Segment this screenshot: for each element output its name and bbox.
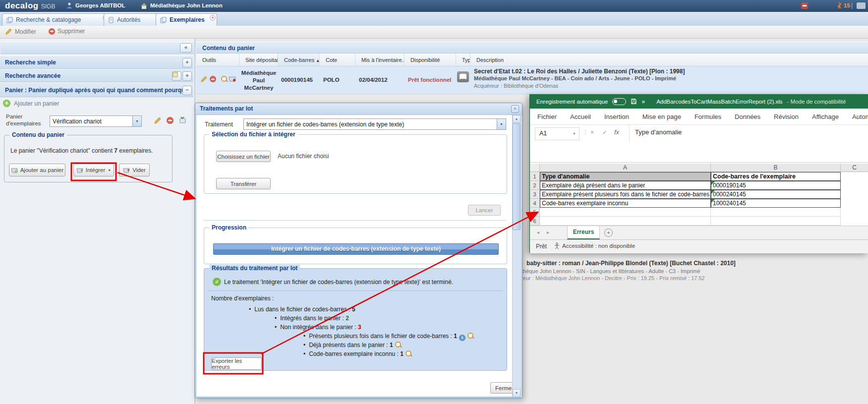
expand-recherche-simple[interactable]: + <box>182 58 192 67</box>
sheet-next-icon[interactable]: ▸ <box>547 230 549 235</box>
transfer-button[interactable]: Transférer <box>216 178 271 189</box>
ribbon-tab-insertion[interactable]: Insertion <box>604 113 629 120</box>
cell-b3[interactable]: 0000240145 <box>711 190 841 199</box>
integrate-button[interactable]: Intégrer ▼ <box>73 164 114 176</box>
panel-panier[interactable]: Panier : Panier dupliqué après quoi qui … <box>0 82 193 97</box>
collapse-sidebar-button[interactable]: « <box>180 43 192 53</box>
cell-a5[interactable] <box>540 208 711 217</box>
close-icon[interactable] <box>210 15 216 21</box>
name-box[interactable]: A1▼ <box>535 127 579 140</box>
column-header-outils[interactable]: Outils <box>196 54 239 66</box>
col-header-a[interactable]: A <box>540 164 711 172</box>
sheet-prev-icon[interactable]: ◂ <box>537 230 539 235</box>
saved-search-button[interactable] <box>172 71 181 81</box>
enter-icon[interactable]: ✓ <box>602 129 607 136</box>
edit-panier-icon[interactable] <box>154 116 162 124</box>
ribbon-tab-accueil[interactable]: Accueil <box>570 113 591 120</box>
ribbon-tab-fichier[interactable]: Fichier <box>537 113 557 120</box>
status-accessibility[interactable]: Accessibilité : non disponible <box>562 243 635 249</box>
current-user[interactable]: Georges ABITBOL <box>75 2 125 8</box>
col-header-c[interactable]: C <box>841 164 868 172</box>
treatment-select[interactable]: Intégrer un fichier de codes-barres (ext… <box>243 118 506 130</box>
column-header-inventaire[interactable]: Mis à l'inventaire... <box>355 54 405 66</box>
formula-content[interactable]: Type d'anomalie <box>635 128 682 136</box>
row-number[interactable]: 1 <box>530 172 540 181</box>
sheet-tab-erreurs[interactable]: Erreurs <box>567 226 600 239</box>
fx-icon[interactable]: fx <box>614 128 619 136</box>
row-number[interactable]: 6 <box>530 217 540 226</box>
panel-recherche-avancee[interactable]: Recherche avancée <box>0 69 193 82</box>
column-header-codebarres[interactable]: Code-barres ▲ <box>278 54 320 66</box>
cell-availability: Prêt fonctionnel <box>408 77 452 83</box>
autosave-toggle[interactable] <box>612 98 626 105</box>
current-site[interactable]: Médiathèque John Lennon <box>150 2 223 8</box>
col-header-b[interactable]: B <box>711 164 841 172</box>
session-icon[interactable] <box>837 2 843 9</box>
cell-b6[interactable] <box>711 217 841 226</box>
modify-button[interactable]: Modifier <box>5 28 36 35</box>
close-icon[interactable]: × <box>511 105 519 113</box>
cell-col-c[interactable] <box>841 172 868 226</box>
magnifier-icon[interactable] <box>395 342 402 348</box>
cell-b4[interactable]: 1000240145 <box>711 199 841 208</box>
tab-exemplaires[interactable]: Exemplaires <box>156 13 217 26</box>
collapse-panier-panel[interactable]: − <box>182 86 192 95</box>
add-panier-button[interactable]: + Ajouter un panier <box>3 100 59 107</box>
ribbon-tab-affichage[interactable]: Affichage <box>812 113 839 120</box>
column-header-cote[interactable]: Cote <box>320 54 355 66</box>
save-icon[interactable] <box>631 98 637 105</box>
quick-access-chevrons[interactable]: » <box>641 98 645 105</box>
dialog-scrollbar[interactable]: ▲ ▼ <box>512 115 521 397</box>
panel-recherche-simple[interactable]: Recherche simple <box>0 56 193 69</box>
magnifier-icon[interactable] <box>405 350 412 357</box>
expand-recherche-avancee[interactable]: + <box>182 71 192 81</box>
select-all-corner[interactable] <box>530 164 540 172</box>
save-panier-icon[interactable] <box>178 116 186 124</box>
cancel-icon[interactable]: × <box>590 129 594 136</box>
export-errors-button[interactable]: Exporter les erreurs <box>211 357 262 370</box>
add-sheet-icon[interactable]: + <box>604 229 613 237</box>
scrollbar-thumb[interactable] <box>513 123 521 230</box>
panier-select[interactable]: Vérification chariot <box>50 115 142 127</box>
row-edit-icon[interactable] <box>200 75 208 83</box>
ribbon-tab-revision[interactable]: Révision <box>774 113 799 120</box>
row-magnifier-icon[interactable] <box>221 76 228 82</box>
delete-panier-icon[interactable] <box>167 117 174 124</box>
column-header-disponibilite[interactable]: Disponibilité <box>405 54 456 66</box>
launch-button[interactable]: Lancer <box>468 205 501 216</box>
column-header-type[interactable]: Type <box>456 54 470 66</box>
column-header-description[interactable]: Description <box>470 54 868 66</box>
row-number[interactable]: 5 <box>530 208 540 217</box>
row-number[interactable]: 2 <box>530 181 540 190</box>
ribbon-tab-formules[interactable]: Formules <box>694 113 721 120</box>
row-number[interactable]: 3 <box>530 190 540 199</box>
clipped-icon[interactable] <box>857 2 866 9</box>
column-header-site[interactable]: Site dépositaire <box>239 54 278 66</box>
tab-recherche-catalogage[interactable]: Recherche & catalogage <box>2 13 110 26</box>
cell-b1[interactable]: Code-barres de l'exemplaire <box>711 172 841 181</box>
scroll-down-icon[interactable]: ▼ <box>513 389 521 397</box>
info-icon[interactable]: i <box>459 335 465 341</box>
cell-a3[interactable]: Exemplaire présent plusieurs fois dans l… <box>540 190 711 199</box>
row-cart-icon[interactable] <box>229 75 236 82</box>
clear-panier-button[interactable]: Vider <box>119 164 150 176</box>
row-remove-icon[interactable] <box>210 76 216 82</box>
row-number[interactable]: 4 <box>530 199 540 208</box>
cell-b5[interactable] <box>711 208 841 217</box>
cell-a6[interactable] <box>540 217 711 226</box>
cell-a2[interactable]: Exemplaire déjà présent dans le panier <box>540 181 711 190</box>
alert-icon[interactable] <box>801 2 808 9</box>
cell-b2[interactable]: 0000190145 <box>711 181 841 190</box>
excel-titlebar[interactable]: Enregistrement automatique » AddBarcodes… <box>530 94 868 109</box>
magnifier-icon[interactable] <box>467 333 474 339</box>
ribbon-tab-automatiser[interactable]: Automatiser <box>852 113 868 120</box>
scroll-up-icon[interactable]: ▲ <box>513 115 521 123</box>
choose-file-button[interactable]: Choisissez un fichier <box>216 151 271 162</box>
ribbon-tab-donnees[interactable]: Données <box>735 113 760 120</box>
dialog-titlebar[interactable]: Traitements par lot × <box>195 103 522 115</box>
cell-a4[interactable]: Code-barres exemplaire inconnu <box>540 199 711 208</box>
cell-a1[interactable]: Type d'anomalie <box>540 172 711 181</box>
ribbon-tab-mise-en-page[interactable]: Mise en page <box>642 113 681 120</box>
delete-button[interactable]: Supprimer <box>49 28 85 35</box>
add-to-panier-button[interactable]: Ajouter au panier <box>9 164 65 176</box>
